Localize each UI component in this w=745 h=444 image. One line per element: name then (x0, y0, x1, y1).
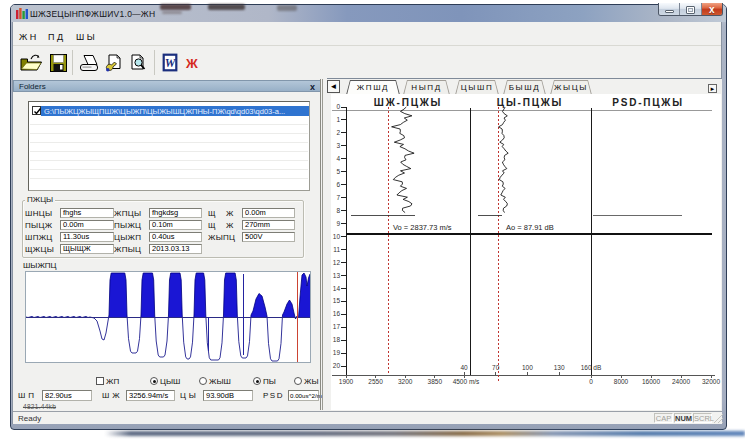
svg-text:9: 9 (336, 220, 340, 227)
svg-text:20: 20 (333, 362, 341, 369)
svg-text:70: 70 (492, 364, 500, 371)
svg-text:3850: 3850 (428, 378, 443, 385)
svg-text:32000: 32000 (702, 378, 720, 385)
svg-text:24000: 24000 (672, 378, 690, 385)
svg-text:4: 4 (336, 155, 340, 162)
svg-text:14: 14 (333, 285, 341, 292)
svg-text:0: 0 (336, 103, 340, 110)
svg-text:2550: 2550 (368, 378, 383, 385)
svg-text:4500 m/s: 4500 m/s (453, 378, 480, 385)
svg-text:130: 130 (554, 364, 565, 371)
svg-text:3200: 3200 (398, 378, 413, 385)
svg-text:19: 19 (333, 349, 341, 356)
svg-text:16000: 16000 (642, 378, 660, 385)
svg-text:2: 2 (336, 129, 340, 136)
svg-text:11: 11 (333, 246, 340, 253)
svg-text:0: 0 (589, 378, 593, 385)
svg-text:40: 40 (460, 364, 468, 371)
svg-text:15: 15 (333, 297, 341, 304)
svg-text:12: 12 (333, 259, 341, 266)
svg-text:18: 18 (333, 336, 341, 343)
svg-text:10: 10 (333, 233, 341, 240)
svg-text:8: 8 (336, 207, 340, 214)
svg-text:8000: 8000 (614, 378, 629, 385)
svg-text:1900: 1900 (339, 378, 354, 385)
svg-text:13: 13 (333, 272, 341, 279)
svg-text:W: W (165, 56, 177, 70)
svg-text:100: 100 (522, 364, 533, 371)
svg-text:5: 5 (336, 168, 340, 175)
svg-text:3: 3 (336, 142, 340, 149)
svg-text:7: 7 (336, 194, 340, 201)
svg-text:160 dB: 160 dB (581, 364, 602, 371)
svg-text:17: 17 (333, 323, 341, 330)
svg-text:1: 1 (336, 116, 340, 123)
svg-text:16: 16 (333, 310, 341, 317)
svg-text:6: 6 (336, 181, 340, 188)
